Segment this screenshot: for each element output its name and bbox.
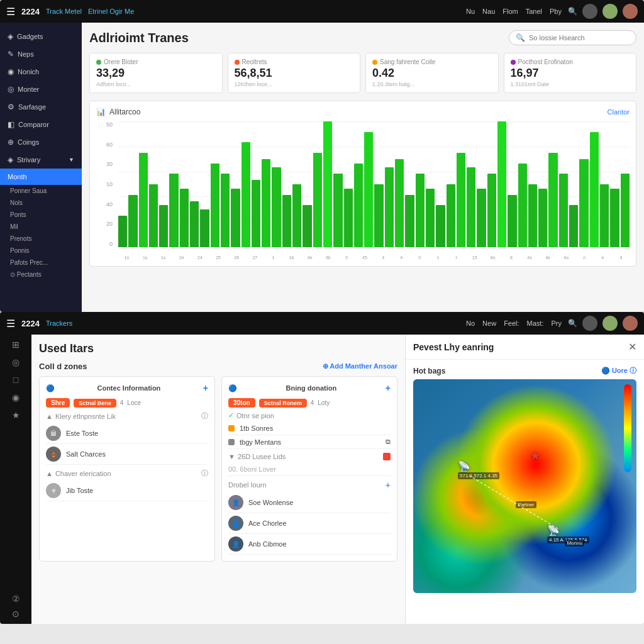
sidebar-item-neps[interactable]: ✎ Neps [0,45,82,63]
sidebar-item-month[interactable]: Month [0,169,82,185]
top-navbar: ☰ 2224 Track Metel Etrinel Ogir Me Nu Na… [0,0,644,23]
star-icon[interactable]: ★ [12,410,20,420]
sidebar-item-label: Coings [18,138,39,146]
close-panel-btn[interactable]: ✕ [628,341,636,353]
pectants-icon: ⊙ [10,271,15,278]
chart-bar [272,167,280,247]
nav-link-5[interactable]: Pby [550,8,562,15]
sidebar-sub-pafots[interactable]: Pafots Prec... [0,257,82,269]
sidebar-item-nonich[interactable]: ◉ Nonich [0,63,82,80]
target-icon[interactable]: ◉ [12,392,19,402]
chart-bar [159,205,168,247]
add-zone-1-btn[interactable]: + [203,383,208,393]
heatmap-link[interactable]: 🔵 Uore ⓘ [601,366,636,375]
sidebar-sub-ponner[interactable]: Ponner Saua [0,185,82,197]
bottom-nav-links: No New Feel: Mast: Pry [466,319,562,327]
sidebar-sub-prenots[interactable]: Prenots [0,233,82,245]
add-member-link[interactable]: ⊕ Add Manther Ansoar [323,362,397,370]
square-icon[interactable]: □ [13,375,18,385]
chart-link[interactable]: Clantor [608,108,630,116]
sidebar-item-comparor[interactable]: ◧ Comparor [0,116,82,133]
sidebar-sub-ponnis[interactable]: Ponnis [0,245,82,257]
hamburger-icon[interactable]: ☰ [6,6,15,18]
avatar-ace: 👤 [228,516,243,531]
chart-x-label: e [594,255,611,260]
stat-value-1: 33,29 [96,67,216,80]
b-avatar-2[interactable] [602,316,618,331]
sidebar-item-coings[interactable]: ⊕ Coings [0,133,82,151]
avatar-salt: 🏺 [46,447,61,462]
stat-card-3: Sang fahrente Coile 0.42 1.20.3tem balg.… [365,53,499,93]
list-item-2b: tbgy Mentans ⧉ [228,435,391,449]
add-iourn-btn[interactable]: + [386,480,391,490]
circle-icon[interactable]: ◎ [12,357,19,367]
chart-bar [621,174,630,247]
map-marker-star[interactable]: ★ [530,448,541,463]
b-nav-link-1[interactable]: No [466,319,475,327]
b-avatar-1[interactable] [582,316,597,331]
search-input[interactable] [529,34,630,42]
chart-x-label: 24 [191,255,208,260]
chart-bar [559,174,568,247]
nav-link-3[interactable]: Flom [502,8,518,15]
monter-icon: ◎ [8,85,14,94]
hamburger-icon-2[interactable]: ☰ [6,318,15,330]
nav-link-1[interactable]: Nu [466,8,475,15]
sidebar-item-monter[interactable]: ◎ Monter [0,80,82,98]
chart-x-label: 4 [375,255,392,260]
avatar-este: 🏛 [46,426,61,441]
nav-link-2[interactable]: Nau [482,8,495,15]
sidebar: ◈ Gadgets ✎ Neps ◉ Nonich ◎ Monter ⚙ Sar… [0,23,82,312]
avatar-soe: 👤 [228,495,243,510]
zone-card-2: 🔵 Bning donation + 30ton Sctnal Ronem 4 … [221,376,397,562]
info-icon-1: ⓘ [201,411,208,421]
copy-icon[interactable]: ⧉ [386,438,391,446]
stat-label-4: Pocthost Erofinaton [511,58,630,65]
stat-label-3: Sang fahrente Coile [372,58,492,65]
chart-bar [303,205,311,247]
zone-card-icon-2: 🔵 [228,384,237,392]
stat-value-3: 0.42 [372,67,492,80]
zone-count-1: 4 [120,399,124,406]
sidebar-item-label: Sarfasge [18,103,46,111]
b-nav-link-5[interactable]: Pry [552,319,562,327]
zone-tag-1b: Sctnal Bene [74,399,116,408]
chart-x-label: n [576,255,593,260]
search-icon[interactable]: 🔍 [568,7,577,16]
refresh-icon[interactable]: ⊙ [12,609,20,619]
sidebar-sub-nols[interactable]: Nols [0,197,82,209]
star-pin-icon: ★ [530,448,541,462]
avatar-1[interactable] [582,4,597,19]
stat-card-2: Reoltrets 56,8,51 12Kthen loce... [228,53,361,93]
list-item-2c: 00. 6boni Lover [228,463,391,476]
map-marker-antenna-1[interactable]: 📡 571.3.572.1 4.35 [458,460,499,479]
sidebar-sub-mil[interactable]: Mil [0,221,82,233]
sidebar-item-strivary[interactable]: ◈ Strivary ▼ [0,151,82,169]
zone-card-1: 🔵 Contec Information + Shre Sctnal Bene … [39,376,215,562]
avatar-3[interactable] [623,4,638,19]
check-icon: ✓ [228,411,234,419]
heatmap-legend [624,384,631,472]
grid-icon[interactable]: ⊞ [12,340,19,350]
chart-x-label: 27 [247,255,264,260]
num-icon[interactable]: ② [12,594,20,604]
b-nav-link-2[interactable]: New [482,319,496,327]
b-avatar-3[interactable] [623,316,638,331]
b-nav-link-3[interactable]: Feel: [504,319,519,327]
search-icon-2[interactable]: 🔍 [568,319,577,328]
sidebar-sub-ponts[interactable]: Ponts [0,209,82,221]
stat-card-4: Pocthost Erofinaton 16,97 1.3101ent Date [504,53,637,93]
b-nav-link-4[interactable]: Mast: [527,319,544,327]
zone-subsection-2: ✓ Otnr se pion [228,411,391,419]
nav-link-4[interactable]: Tanel [526,8,542,15]
sidebar-sub-pectants[interactable]: ⊙ Pectants [0,269,82,280]
chart-bar [364,132,373,247]
sidebar-item-gadgets[interactable]: ◈ Gadgets [0,28,82,45]
search-box[interactable]: 🔍 [509,30,636,45]
chart-bar [528,184,537,247]
chart-x-label: 25 [210,255,227,260]
avatar-2[interactable] [602,4,618,19]
app-title: 2224 [21,7,40,16]
sidebar-item-sarfasge[interactable]: ⚙ Sarfasge [0,98,82,116]
add-zone-2-btn[interactable]: + [386,383,391,393]
